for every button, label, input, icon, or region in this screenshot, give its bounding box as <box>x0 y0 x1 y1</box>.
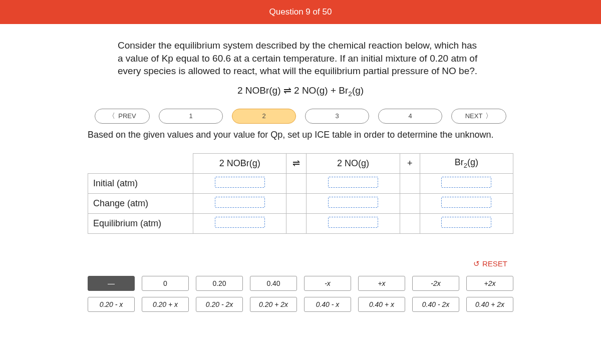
ice-cell[interactable] <box>307 213 400 233</box>
ice-cell[interactable] <box>420 173 513 193</box>
prev-label: PREV <box>118 112 136 120</box>
ice-corner <box>88 153 193 173</box>
reaction-equation: 2 NOBr(g) ⇌ 2 NO(g) + Br2(g) <box>88 85 513 98</box>
next-label: NEXT <box>465 112 483 120</box>
chevron-right-icon: 〉 <box>485 112 492 121</box>
step-1[interactable]: 1 <box>159 109 223 124</box>
drop-slot[interactable] <box>215 197 265 208</box>
tile-040-plus-x[interactable]: 0.40 + x <box>358 297 405 312</box>
ice-spacer <box>286 173 307 193</box>
ice-cell[interactable] <box>420 213 513 233</box>
ice-col-nobr: 2 NOBr(g) <box>193 153 286 173</box>
question-counter: Question 9 of 50 <box>269 7 332 17</box>
ice-row-change-label: Change (atm) <box>88 193 193 213</box>
tile-plus-x[interactable]: +x <box>358 276 405 291</box>
tile-020-plus-2x[interactable]: 0.20 + 2x <box>250 297 297 312</box>
tile-dash[interactable]: — <box>88 276 135 291</box>
step-4[interactable]: 4 <box>378 109 442 124</box>
tiles-row-2: 0.20 - x 0.20 + x 0.20 - 2x 0.20 + 2x 0.… <box>88 297 513 312</box>
step-navigation: 〈 PREV 1 2 3 4 NEXT 〉 <box>88 109 513 124</box>
eq-sub: 2 <box>348 90 352 98</box>
drop-slot[interactable] <box>441 197 491 208</box>
ice-spacer <box>286 213 307 233</box>
chevron-left-icon: 〈 <box>108 112 115 121</box>
ice-row-equilibrium-label: Equilibrium (atm) <box>88 213 193 233</box>
drop-slot[interactable] <box>328 217 378 228</box>
ice-col-br2: Br2(g) <box>420 153 513 173</box>
tile-020-minus-x[interactable]: 0.20 - x <box>88 297 135 312</box>
tile-040-minus-2x[interactable]: 0.40 - 2x <box>412 297 459 312</box>
ice-op-eq: ⇌ <box>286 153 307 173</box>
answer-tiles-area: ↺ RESET — 0 0.20 0.40 -x +x -2x +2x 0.20… <box>88 259 513 312</box>
question-prompt: Consider the equilibrium system describe… <box>88 39 513 78</box>
tile-020[interactable]: 0.20 <box>196 276 243 291</box>
tiles-row-1: — 0 0.20 0.40 -x +x -2x +2x <box>88 276 513 291</box>
eq-arrow: ⇌ <box>283 85 291 96</box>
ice-row-initial-label: Initial (atm) <box>88 173 193 193</box>
drop-slot[interactable] <box>328 197 378 208</box>
ice-spacer <box>400 193 420 213</box>
next-button[interactable]: NEXT 〉 <box>451 109 506 124</box>
eq-right-b: (g) <box>352 85 364 96</box>
tile-minus-x[interactable]: -x <box>304 276 351 291</box>
reset-icon: ↺ <box>473 259 480 268</box>
eq-right-a: 2 NO(g) + Br <box>294 85 348 96</box>
ice-cell[interactable] <box>193 193 286 213</box>
step-2[interactable]: 2 <box>232 109 296 124</box>
tile-040-plus-2x[interactable]: 0.40 + 2x <box>466 297 513 312</box>
drop-slot[interactable] <box>215 177 265 188</box>
tile-plus-2x[interactable]: +2x <box>466 276 513 291</box>
ice-cell[interactable] <box>193 173 286 193</box>
ice-col-no: 2 NO(g) <box>307 153 400 173</box>
reset-label: RESET <box>482 259 507 268</box>
drop-slot[interactable] <box>328 177 378 188</box>
content-area: Consider the equilibrium system describe… <box>0 24 601 322</box>
tile-040-minus-x[interactable]: 0.40 - x <box>304 297 351 312</box>
tile-0[interactable]: 0 <box>142 276 189 291</box>
question-header: Question 9 of 50 <box>0 0 601 24</box>
eq-left: 2 NOBr(g) <box>237 85 281 96</box>
drop-slot[interactable] <box>441 217 491 228</box>
ice-spacer <box>400 213 420 233</box>
ice-cell[interactable] <box>420 193 513 213</box>
tile-040[interactable]: 0.40 <box>250 276 297 291</box>
drop-slot[interactable] <box>441 177 491 188</box>
reset-button[interactable]: ↺ RESET <box>470 259 510 269</box>
prev-button[interactable]: 〈 PREV <box>95 109 150 124</box>
drop-slot[interactable] <box>215 217 265 228</box>
tile-minus-2x[interactable]: -2x <box>412 276 459 291</box>
ice-cell[interactable] <box>307 173 400 193</box>
ice-op-plus: + <box>400 153 420 173</box>
ice-spacer <box>400 173 420 193</box>
step-instruction: Based on the given values and your value… <box>88 130 513 140</box>
ice-cell[interactable] <box>193 213 286 233</box>
ice-cell[interactable] <box>307 193 400 213</box>
tile-020-plus-x[interactable]: 0.20 + x <box>142 297 189 312</box>
ice-spacer <box>286 193 307 213</box>
ice-table: 2 NOBr(g) ⇌ 2 NO(g) + Br2(g) Initial (at… <box>88 153 513 234</box>
tile-020-minus-2x[interactable]: 0.20 - 2x <box>196 297 243 312</box>
step-3[interactable]: 3 <box>305 109 369 124</box>
